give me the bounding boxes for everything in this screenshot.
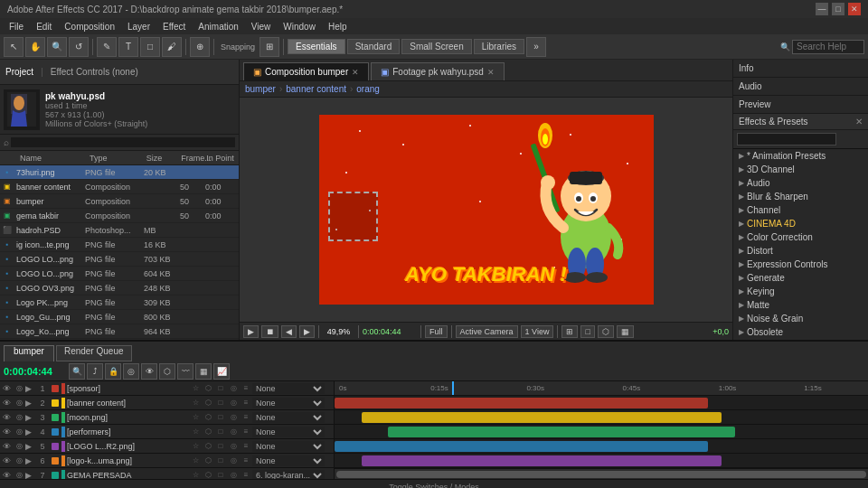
camera-btn[interactable]: Active Camera — [456, 325, 518, 338]
layer-row[interactable]: 👁 ◎ ▶ 6 [logo-k...uma.png] ☆ ⬡ □ ◎ ≡ Non… — [0, 454, 334, 468]
layer-solo[interactable] — [49, 454, 61, 468]
menu-file[interactable]: File — [4, 22, 29, 32]
tl-tool-lock[interactable]: 🔒 — [105, 363, 121, 380]
layer-audio[interactable]: ◎ — [13, 396, 25, 410]
layer-sw-4[interactable]: ◎ — [227, 439, 240, 454]
file-row[interactable]: ▣ banner content Composition 50 0:00 — [0, 180, 239, 194]
puppet-tool[interactable]: ⊕ — [190, 37, 210, 57]
layer-expand-arrow[interactable]: ▶ — [25, 413, 36, 422]
layer-solo[interactable] — [49, 425, 61, 439]
layer-solo[interactable] — [49, 439, 61, 454]
layer-sw-1[interactable]: ☆ — [189, 468, 202, 480]
paint-tool[interactable]: 🖌 — [162, 37, 182, 57]
layer-audio[interactable]: ◎ — [13, 468, 25, 480]
parent-dropdown[interactable]: None — [252, 427, 325, 437]
menu-help[interactable]: Help — [323, 22, 353, 32]
parent-dropdown[interactable]: 6. logo-karan... — [252, 470, 325, 480]
menu-window[interactable]: Window — [278, 22, 321, 32]
tab-project[interactable]: Project — [5, 67, 33, 77]
layer-sw-2[interactable]: ⬡ — [202, 454, 214, 468]
layer-sw-1[interactable]: ☆ — [189, 425, 202, 439]
layer-sw-4[interactable]: ◎ — [227, 425, 240, 439]
effect-category-item[interactable]: ▶Expression Controls — [733, 258, 868, 271]
play-btn[interactable]: ▶ — [243, 325, 259, 338]
layer-audio[interactable]: ◎ — [13, 381, 25, 396]
composition-viewport[interactable]: AYO TAKBIRAN ! — [240, 98, 732, 322]
render-queue-tab[interactable]: Render Queue — [56, 345, 132, 361]
layer-sw-5[interactable]: ≡ — [240, 468, 252, 480]
layer-parent-select[interactable]: None — [252, 398, 334, 408]
scroll-thumb[interactable] — [336, 471, 866, 478]
layer-parent-select[interactable]: None — [252, 383, 334, 394]
layer-expand-arrow[interactable]: ▶ — [25, 399, 36, 408]
tl-tool-parent[interactable]: ⤴ — [87, 363, 103, 380]
text-tool[interactable]: T — [118, 37, 138, 57]
layer-sw-3[interactable]: □ — [214, 396, 227, 410]
layer-sw-3[interactable]: □ — [214, 425, 227, 439]
tab-footage-pk[interactable]: ▣ Footage pk wahyu.psd ✕ — [371, 62, 505, 80]
hand-tool[interactable]: ✋ — [25, 37, 45, 57]
layer-sw-2[interactable]: ⬡ — [202, 468, 214, 480]
workspace-standard[interactable]: Standard — [347, 39, 401, 54]
layer-expand-arrow[interactable]: ▶ — [25, 471, 36, 480]
layer-sw-4[interactable]: ◎ — [227, 468, 240, 480]
file-row[interactable]: ▪ LOGO LO...png PNG file 703 KB — [0, 252, 239, 267]
layer-sw-5[interactable]: ≡ — [240, 410, 252, 425]
layer-solo[interactable] — [49, 410, 61, 425]
effect-category-item[interactable]: ▶Obsolete — [733, 325, 868, 339]
close-button[interactable]: ✕ — [848, 3, 861, 15]
layer-visibility[interactable]: 👁 — [0, 381, 13, 396]
layer-solo[interactable] — [49, 381, 61, 396]
file-row[interactable]: ▪ Logo_Gu...png PNG file 800 KB — [0, 310, 239, 324]
effect-category-item[interactable]: ▶Channel — [733, 203, 868, 217]
layer-parent-select[interactable]: 6. logo-karan... — [252, 470, 334, 480]
layer-visibility[interactable]: 👁 — [0, 454, 13, 468]
parent-dropdown[interactable]: None — [252, 412, 325, 423]
layer-sw-4[interactable]: ◎ — [227, 410, 240, 425]
file-row[interactable]: ▪ Logo_Ko...png PNG file 964 KB — [0, 324, 239, 339]
file-row[interactable]: ▪ 73huri.png PNG file 20 KB — [0, 165, 239, 180]
layer-visibility[interactable]: 👁 — [0, 410, 13, 425]
layer-sw-4[interactable]: ◎ — [227, 381, 240, 396]
layer-audio[interactable]: ◎ — [13, 410, 25, 425]
layer-sw-1[interactable]: ☆ — [189, 396, 202, 410]
effect-category-item[interactable]: ▶Keying — [733, 285, 868, 298]
safe-zones-btn[interactable]: □ — [580, 325, 594, 338]
tab-composition-bumper[interactable]: ▣ Composition bumper ✕ — [243, 62, 369, 80]
effects-search-input[interactable] — [737, 133, 836, 145]
file-row[interactable]: ▪ Logo PK...png PNG file 309 KB — [0, 296, 239, 310]
window-controls[interactable]: — □ ✕ — [816, 3, 861, 15]
rotate-tool[interactable]: ↺ — [69, 37, 89, 57]
layer-expand-arrow[interactable]: ▶ — [25, 456, 36, 465]
layer-visibility[interactable]: 👁 — [0, 439, 13, 454]
layer-row[interactable]: 👁 ◎ ▶ 2 [banner content] ☆ ⬡ □ ◎ ≡ None — [0, 396, 334, 410]
snapping-toggle[interactable]: ⊞ — [259, 37, 279, 57]
next-frame-btn[interactable]: ▶ — [299, 325, 315, 338]
workspace-libraries[interactable]: Libraries — [474, 39, 524, 54]
layer-parent-select[interactable]: None — [252, 455, 334, 466]
maximize-button[interactable]: □ — [832, 3, 844, 15]
layer-sw-1[interactable]: ☆ — [189, 439, 202, 454]
comp-tab-close[interactable]: ✕ — [352, 68, 359, 77]
tl-tool-search[interactable]: 🔍 — [69, 363, 85, 380]
breadcrumb-orang[interactable]: orang — [356, 84, 380, 94]
layer-sw-3[interactable]: □ — [214, 439, 227, 454]
layer-visibility[interactable]: 👁 — [0, 468, 13, 480]
effect-category-item[interactable]: ▶Distort — [733, 244, 868, 258]
breadcrumb-bumper[interactable]: bumper — [245, 84, 276, 94]
menu-animation[interactable]: Animation — [193, 22, 243, 32]
effect-category-item[interactable]: ▶Generate — [733, 271, 868, 285]
layer-sw-2[interactable]: ⬡ — [202, 425, 214, 439]
layer-expand-arrow[interactable]: ▶ — [25, 427, 36, 436]
stop-btn[interactable]: ⏹ — [261, 325, 278, 338]
zoom-tool[interactable]: 🔍 — [47, 37, 67, 57]
layer-parent-select[interactable]: None — [252, 427, 334, 437]
workspace-small-screen[interactable]: Small Screen — [401, 39, 471, 54]
layer-sw-4[interactable]: ◎ — [227, 396, 240, 410]
parent-dropdown[interactable]: None — [252, 441, 325, 452]
timeline-scrollbar[interactable] — [335, 468, 868, 479]
layer-sw-1[interactable]: ☆ — [189, 454, 202, 468]
tl-tool-draft[interactable]: ⬡ — [159, 363, 175, 380]
menu-effect[interactable]: Effect — [157, 22, 191, 32]
playhead[interactable] — [452, 381, 454, 395]
